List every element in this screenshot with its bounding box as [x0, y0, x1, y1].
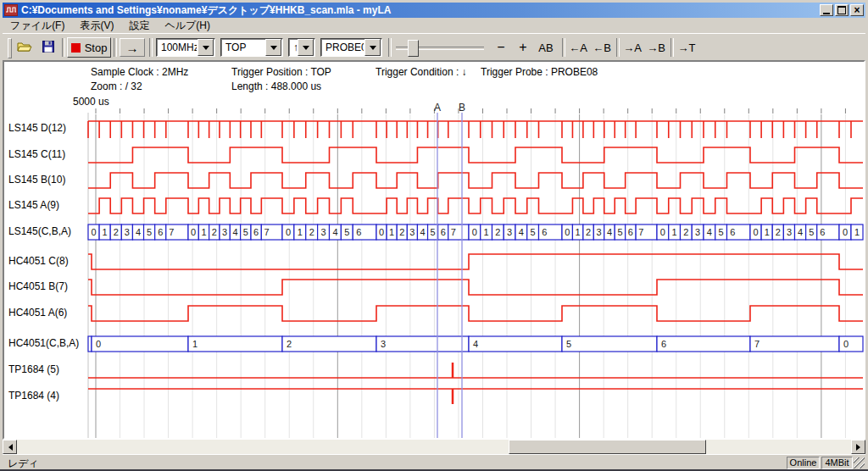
ab-label: AB — [538, 42, 553, 54]
run-arrow-icon: → — [126, 41, 139, 55]
menu-item-file[interactable]: ファイル(F) — [3, 18, 72, 34]
right-t-icon: →T — [678, 42, 696, 54]
channel-label: TP1684 (4) — [8, 390, 59, 402]
stop-label: Stop — [85, 42, 108, 54]
trigger-condition-info: Trigger Condition : ↓ — [376, 66, 467, 78]
floppy-disk-icon — [42, 41, 54, 55]
channel-label: LS145 A(9) — [8, 199, 59, 211]
probe-select[interactable]: PROBE00 — [320, 38, 382, 57]
scroll-right-button[interactable] — [851, 440, 865, 454]
ab-button[interactable]: AB — [535, 38, 557, 57]
trigger-edge-value: ↑ — [289, 42, 297, 53]
close-icon: × — [854, 6, 860, 14]
dropdown-button[interactable] — [298, 39, 314, 56]
zoom-info: Zoom : / 32 — [91, 80, 142, 92]
arrow-right-icon — [856, 444, 864, 451]
status-bar: レディ Online 4MBit — [3, 454, 865, 469]
zoom-out-button[interactable]: − — [491, 38, 511, 57]
dropdown-button[interactable] — [198, 39, 214, 56]
toolbar-separator — [62, 38, 65, 57]
save-file-button[interactable] — [38, 37, 58, 58]
toolbar-separator — [670, 38, 674, 57]
channel-label: TP1684 (5) — [8, 363, 59, 375]
stop-button[interactable]: Stop — [67, 37, 111, 58]
sample-clock-select[interactable]: 100MHz — [156, 38, 215, 57]
chevron-down-icon — [203, 46, 209, 53]
left-a-icon: ←A — [569, 42, 587, 54]
zoom-in-button[interactable]: + — [513, 38, 533, 57]
horizontal-scrollbar[interactable] — [3, 440, 865, 454]
scrollbar-thumb[interactable] — [509, 440, 706, 454]
minimize-button[interactable] — [820, 4, 833, 16]
waveform-panel — [3, 60, 865, 440]
toolbar-separator — [388, 38, 392, 57]
trigger-edge-select[interactable]: ↑ — [288, 38, 315, 57]
menu-item-view[interactable]: 表示(V) — [72, 18, 121, 34]
right-a-icon: →A — [623, 42, 642, 54]
menu-item-help[interactable]: ヘルプ(H) — [157, 18, 218, 34]
sample-clock-value: 100MHz — [157, 42, 197, 53]
toolbar: Stop → 100MHz TOP ↑ PROBE00 − + AB ←A ←B — [3, 33, 865, 60]
dropdown-button[interactable] — [364, 39, 381, 56]
move-right-to-b-button[interactable]: →B — [645, 38, 667, 57]
chevron-down-icon — [303, 46, 309, 53]
scroll-left-button[interactable] — [3, 440, 17, 454]
open-file-button[interactable] — [14, 37, 35, 58]
go-to-trigger-button[interactable]: →T — [676, 38, 698, 57]
channel-label: LS145 B(10) — [8, 174, 65, 186]
minimize-icon — [823, 13, 830, 14]
arrow-left-icon — [5, 444, 13, 451]
status-memory-badge: 4MBit — [821, 457, 853, 469]
move-left-to-b-button[interactable]: ←B — [591, 38, 613, 57]
left-b-icon: ←B — [593, 42, 611, 54]
zoom-slider-thumb[interactable] — [408, 40, 419, 57]
resize-grip[interactable] — [854, 457, 865, 468]
app-icon — [4, 4, 18, 16]
dropdown-button[interactable] — [265, 39, 281, 56]
stop-square-icon — [71, 43, 81, 53]
channel-label: HC4051(C,B,A) — [8, 337, 79, 349]
toolbar-grip[interactable] — [8, 38, 12, 58]
move-right-to-a-button[interactable]: →A — [621, 38, 643, 57]
window-controls: × — [820, 4, 864, 16]
channel-label: HC4051 C(8) — [8, 255, 69, 267]
toolbar-separator — [616, 38, 620, 57]
toolbar-separator — [114, 38, 117, 57]
channel-label: HC4051 A(6) — [8, 307, 67, 319]
menu-bar: ファイル(F)表示(V)設定ヘルプ(H) — [3, 18, 865, 33]
chevron-down-icon — [270, 46, 277, 53]
right-b-icon: →B — [647, 42, 665, 54]
open-folder-icon — [17, 41, 32, 55]
channel-label: LS145 D(12) — [8, 122, 66, 134]
trigger-position-info: Trigger Position : TOP — [231, 66, 331, 78]
channel-label: LS145(C,B,A) — [8, 225, 71, 237]
channel-label: HC4051 B(7) — [8, 280, 68, 292]
trigger-probe-info: Trigger Probe : PROBE08 — [481, 66, 598, 78]
trigger-position-select[interactable]: TOP — [220, 38, 283, 57]
length-info: Length : 488.000 us — [231, 80, 321, 92]
maximize-icon — [837, 6, 846, 14]
trigger-position-value: TOP — [221, 42, 264, 53]
toolbar-separator — [149, 38, 153, 57]
menu-item-settings[interactable]: 設定 — [121, 18, 157, 34]
status-online-badge: Online — [787, 457, 820, 469]
app-window: C:¥Documents and Settings¥noname¥デスクトップ¥… — [0, 0, 868, 471]
maximize-button[interactable] — [835, 4, 849, 16]
probe-value: PROBE00 — [321, 42, 364, 53]
toolbar-separator — [562, 38, 565, 57]
chevron-down-icon — [370, 46, 376, 53]
sample-clock-info: Sample Clock : 2MHz — [91, 66, 188, 78]
time-scale-label: 5000 us — [73, 96, 109, 108]
channel-label: LS145 C(11) — [8, 148, 65, 160]
move-left-to-a-button[interactable]: ←A — [567, 38, 589, 57]
window-title: C:¥Documents and Settings¥noname¥デスクトップ¥… — [21, 3, 820, 18]
plus-icon: + — [519, 40, 526, 55]
run-button[interactable]: → — [120, 38, 145, 57]
close-button[interactable]: × — [850, 4, 864, 16]
minus-icon: − — [497, 40, 504, 55]
title-bar: C:¥Documents and Settings¥noname¥デスクトップ¥… — [3, 3, 865, 18]
